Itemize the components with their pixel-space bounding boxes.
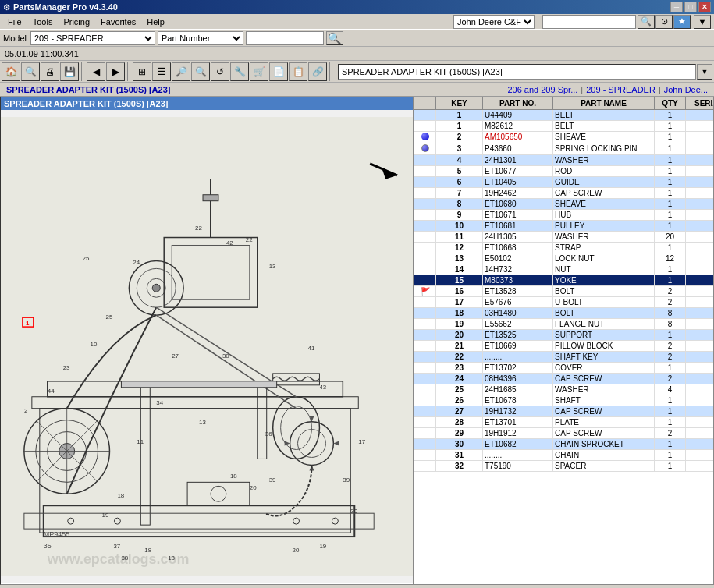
table-row[interactable]: 1U44409BELT1(S... xyxy=(414,110,713,121)
row-serial xyxy=(686,199,713,209)
table-row[interactable]: 21ET10669PILLOW BLOCK2 xyxy=(414,341,713,352)
row-key: 16 xyxy=(436,286,483,296)
home-icon[interactable]: 🏠 xyxy=(2,62,20,81)
refresh-icon[interactable]: ↺ xyxy=(211,62,229,81)
row-icon-cell xyxy=(414,188,436,198)
separator1 xyxy=(81,62,84,81)
dealer-select[interactable]: John Deere C&F xyxy=(453,15,535,29)
table-row[interactable]: 32T75190SPACER1IDL... xyxy=(414,461,713,472)
table-row[interactable]: 5ET10677ROD1TH... xyxy=(414,166,713,177)
table-row[interactable]: 2919H1912CAP SCREW23/8... xyxy=(414,428,713,439)
part-search-button[interactable]: 🔍 xyxy=(326,31,343,45)
model-select[interactable]: 209 - SPREADER xyxy=(30,31,155,45)
tools-icon[interactable]: 🔧 xyxy=(230,62,249,81)
parts-diagram-svg: 24 25 22 13 43 41 17 39 30 2 27 30 34 36… xyxy=(1,110,413,583)
main-area: SPREADER ADAPTER KIT (1500S) [A23] xyxy=(0,97,714,585)
col-partname: PART NAME xyxy=(553,97,655,109)
breadcrumb-model[interactable]: 209 - SPREADER xyxy=(583,85,659,94)
table-row[interactable]: 2524H1685WASHER411/... xyxy=(414,384,713,395)
global-search-input[interactable] xyxy=(542,15,636,29)
diagram-content[interactable]: 24 25 22 13 43 41 17 39 30 2 27 30 34 36… xyxy=(1,110,413,583)
list-icon[interactable]: ☰ xyxy=(152,62,171,81)
row-part-name: ROD xyxy=(553,166,655,176)
row-serial xyxy=(686,308,713,318)
table-row[interactable]: 1414H732NUT13/8... xyxy=(414,264,713,275)
document-icon[interactable]: 📄 xyxy=(269,62,288,81)
menu-pricing[interactable]: Pricing xyxy=(59,16,94,28)
row-qty: 1 xyxy=(655,461,686,471)
path-expand-button[interactable]: ▼ xyxy=(697,64,712,80)
table-row[interactable]: 15M80373YOKE1(S... xyxy=(414,275,713,286)
table-row[interactable]: 23ET13702COVER1(S... xyxy=(414,363,713,374)
maximize-button[interactable]: □ xyxy=(684,2,697,12)
row-qty: 1 xyxy=(655,330,686,340)
settings-button[interactable]: ▼ xyxy=(694,15,711,29)
menu-favorites[interactable]: Favorites xyxy=(96,16,140,28)
table-row[interactable]: 13E50102LOCK NUT123/8... xyxy=(414,253,713,264)
print-icon[interactable]: 🖨 xyxy=(41,62,59,81)
search-button[interactable]: 🔍 xyxy=(638,15,655,29)
table-row[interactable]: 28ET13701PLATE1(S... xyxy=(414,417,713,428)
cart-icon[interactable]: 🛒 xyxy=(250,62,268,81)
datetime-display: 05.01.09 11:00.341 xyxy=(5,49,79,58)
menu-help[interactable]: Help xyxy=(142,16,169,28)
table-row[interactable]: 2719H1732CAP SCREW13/8... xyxy=(414,406,713,417)
table-row[interactable]: 🚩16ET13528BOLT21/2... xyxy=(414,286,713,297)
minimize-button[interactable]: ─ xyxy=(670,2,683,12)
row-qty: 1 xyxy=(655,264,686,275)
parts-table-body[interactable]: 1U44409BELT1(S...1M82612BELT12AM105650SH… xyxy=(414,110,713,584)
table-row[interactable]: 424H1301WASHER113/... xyxy=(414,155,713,166)
menu-tools[interactable]: Tools xyxy=(28,16,58,28)
breadcrumb-dealer[interactable]: John Dee... xyxy=(661,85,711,94)
table-row[interactable]: 19E55662FLANGE NUT83/8... xyxy=(414,319,713,330)
parts-table-header: KEY PART NO. PART NAME QTY SERIAL NO. RE… xyxy=(414,97,713,110)
table-row[interactable]: 30ET10682CHAIN SPROCKET112... xyxy=(414,439,713,450)
grid-icon[interactable]: ⊞ xyxy=(133,62,151,81)
row-part-number: 24H1685 xyxy=(483,384,553,395)
table-row[interactable]: 1124H1305WASHER2013/... xyxy=(414,232,713,243)
table-row[interactable]: 1M82612BELT1 xyxy=(414,121,713,132)
part-type-select[interactable]: Part Number xyxy=(158,31,243,45)
zoom-in-icon[interactable]: 🔎 xyxy=(172,62,190,81)
row-key: 31 xyxy=(436,450,483,460)
diagram-panel: SPREADER ADAPTER KIT (1500S) [A23] xyxy=(0,97,414,585)
save-icon[interactable]: 💾 xyxy=(60,62,79,81)
table-row[interactable]: 719H2462CAP SCREW1 xyxy=(414,188,713,199)
row-key: 8 xyxy=(436,199,483,209)
row-serial xyxy=(686,286,713,296)
table-row[interactable]: 6ET10405GUIDE1BE... xyxy=(414,177,713,188)
row-icon-cell xyxy=(414,439,436,449)
menu-file[interactable]: File xyxy=(3,16,27,28)
close-button[interactable]: ✕ xyxy=(698,2,711,12)
table-row[interactable]: 1803H1480BOLT83/8... xyxy=(414,308,713,319)
table-row[interactable]: 3P43660SPRING LOCKING PIN1(S... xyxy=(414,143,713,155)
nav-button1[interactable]: ⊙ xyxy=(655,15,673,29)
table-row[interactable]: 2408H4396CAP SCREW25/1... xyxy=(414,374,713,384)
nav-button2[interactable]: ★ xyxy=(673,15,691,29)
link-icon[interactable]: 🔗 xyxy=(308,62,327,81)
row-part-name: SHEAVE xyxy=(553,199,655,209)
search-icon[interactable]: 🔍 xyxy=(21,62,40,81)
row-serial xyxy=(686,417,713,427)
row-key: 11 xyxy=(436,232,483,242)
table-row[interactable]: 26ET10678SHAFT1 xyxy=(414,395,713,406)
part-number-input[interactable] xyxy=(246,31,324,45)
window-controls: ─ □ ✕ xyxy=(670,2,711,12)
zoom-out-icon[interactable]: 🔍 xyxy=(191,62,210,81)
table-row[interactable]: 8ET10680SHEAVE1(FU... xyxy=(414,199,713,210)
table-row[interactable]: 2AM105650SHEAVE1(S... xyxy=(414,132,713,143)
table-row[interactable]: 17E57676U-BOLT23/8... xyxy=(414,297,713,308)
row-qty: 2 xyxy=(655,286,686,296)
forward-icon[interactable]: ▶ xyxy=(106,62,125,81)
clipboard-icon[interactable]: 📋 xyxy=(289,62,307,81)
table-row[interactable]: 20ET13525SUPPORT1 xyxy=(414,330,713,341)
breadcrumb-catalog[interactable]: 206 and 209 Spr... xyxy=(504,85,581,94)
table-row[interactable]: 31........CHAIN118... xyxy=(414,450,713,461)
table-row[interactable]: 12ET10668STRAP1IDL... xyxy=(414,243,713,253)
row-part-number: ET10677 xyxy=(483,166,553,176)
table-row[interactable]: 10ET10681PULLEY1IDL... xyxy=(414,221,713,232)
back-icon[interactable]: ◀ xyxy=(87,62,105,81)
row-part-number: M82612 xyxy=(483,121,553,131)
table-row[interactable]: 9ET10671HUB1(FU... xyxy=(414,210,713,221)
table-row[interactable]: 22........SHAFT KEY21-1... xyxy=(414,352,713,363)
